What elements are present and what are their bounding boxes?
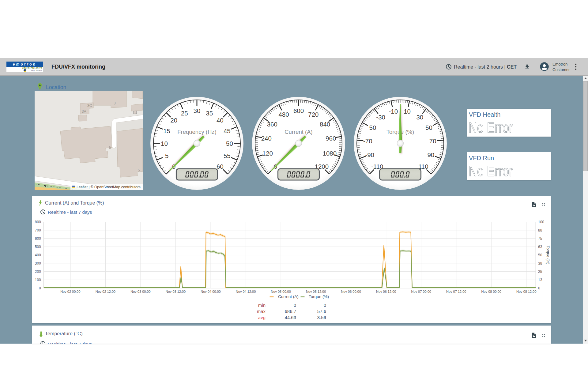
- svg-text:5: 5: [138, 168, 140, 172]
- svg-text:200: 200: [35, 270, 41, 274]
- svg-text:25: 25: [181, 110, 188, 117]
- svg-text:0: 0: [538, 286, 540, 290]
- svg-text:3A: 3A: [82, 109, 86, 114]
- svg-text:600: 600: [35, 236, 41, 241]
- svg-text:45: 45: [224, 127, 231, 134]
- svg-text:75: 75: [538, 236, 542, 241]
- svg-text:40: 40: [217, 117, 224, 124]
- svg-text:Nov 02 00:00: Nov 02 00:00: [60, 290, 80, 293]
- svg-text:25: 25: [538, 270, 542, 274]
- svg-text:55: 55: [224, 152, 231, 159]
- svg-text:Nov 03 12:00: Nov 03 12:00: [166, 290, 186, 293]
- svg-text:300: 300: [35, 261, 41, 266]
- svg-text:38: 38: [538, 261, 542, 266]
- svg-text:50: 50: [538, 253, 542, 257]
- svg-text:Nov 06 00:00: Nov 06 00:00: [341, 290, 361, 293]
- svg-text:700: 700: [35, 228, 41, 232]
- svg-text:100: 100: [35, 278, 41, 282]
- svg-text:Nov 08 00:00: Nov 08 00:00: [481, 290, 501, 293]
- svg-text:13: 13: [538, 278, 542, 282]
- svg-text:90: 90: [427, 151, 434, 158]
- svg-text:10: 10: [404, 108, 411, 115]
- svg-text:3: 3: [114, 101, 116, 105]
- svg-text:15: 15: [163, 127, 170, 134]
- svg-text:-30: -30: [376, 114, 385, 121]
- svg-text:-10: -10: [389, 108, 398, 115]
- svg-text:0: 0: [39, 286, 41, 290]
- svg-text:Nov 04 12:00: Nov 04 12:00: [236, 290, 256, 293]
- svg-text:5: 5: [109, 145, 111, 150]
- svg-text:Nov 06 12:00: Nov 06 12:00: [376, 290, 396, 293]
- svg-text:Nov 08 12:00: Nov 08 12:00: [516, 290, 536, 293]
- svg-text:960: 960: [326, 135, 336, 142]
- svg-text:720: 720: [308, 111, 318, 118]
- svg-text:-90: -90: [365, 151, 374, 158]
- svg-text:360: 360: [267, 121, 277, 128]
- svg-text:35: 35: [206, 110, 213, 117]
- svg-text:1080: 1080: [322, 150, 337, 157]
- svg-text:30: 30: [416, 114, 423, 121]
- svg-text:100: 100: [538, 220, 544, 224]
- svg-text:Nov 03 00:00: Nov 03 00:00: [130, 290, 150, 293]
- svg-text:10: 10: [161, 140, 168, 147]
- svg-text:500: 500: [35, 245, 41, 249]
- svg-text:Nov 05 12:00: Nov 05 12:00: [306, 290, 326, 293]
- svg-text:Nov 07 00:00: Nov 07 00:00: [411, 290, 431, 293]
- svg-text:60: 60: [217, 163, 224, 170]
- svg-text:480: 480: [279, 111, 289, 118]
- svg-text:30: 30: [194, 107, 201, 114]
- svg-text:Leaflet | © OpenStreetMap cont: Leaflet | © OpenStreetMap contributors: [77, 185, 141, 189]
- svg-text:3C: 3C: [87, 104, 92, 108]
- svg-text:Nov 02 12:00: Nov 02 12:00: [96, 290, 115, 293]
- svg-text:63: 63: [538, 245, 542, 249]
- svg-text:Nov 04 00:00: Nov 04 00:00: [201, 290, 221, 293]
- svg-text:20: 20: [170, 117, 177, 124]
- svg-text:120: 120: [262, 150, 273, 157]
- svg-text:600: 600: [293, 107, 304, 114]
- svg-text:Frequency (Hz): Frequency (Hz): [177, 129, 216, 135]
- svg-text:-70: -70: [363, 138, 372, 145]
- svg-text:Nov 07 12:00: Nov 07 12:00: [446, 290, 466, 293]
- svg-text:Current (A): Current (A): [285, 129, 313, 135]
- svg-text:240: 240: [261, 135, 272, 142]
- svg-text:800: 800: [35, 220, 41, 224]
- svg-text:70: 70: [429, 138, 436, 145]
- svg-text:Torque (%): Torque (%): [546, 246, 550, 264]
- svg-text:50: 50: [226, 140, 233, 147]
- svg-text:400: 400: [35, 253, 41, 257]
- svg-text:5: 5: [165, 152, 168, 159]
- svg-text:50: 50: [425, 124, 432, 131]
- svg-text:Nov 05 00:00: Nov 05 00:00: [271, 290, 291, 293]
- svg-text:840: 840: [320, 121, 330, 128]
- svg-text:-50: -50: [367, 124, 376, 131]
- svg-text:88: 88: [538, 228, 542, 232]
